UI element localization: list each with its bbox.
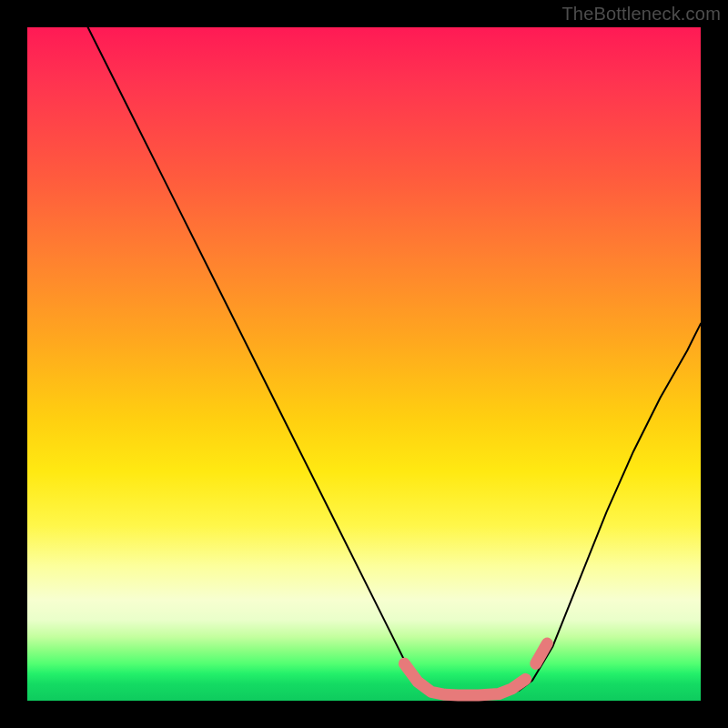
plot-area: [27, 27, 701, 701]
pink-highlight-path: [404, 663, 525, 695]
watermark-text: TheBottleneck.com: [561, 4, 721, 25]
curve-layer: [27, 27, 701, 701]
black-curve-path: [88, 27, 701, 696]
chart-frame: TheBottleneck.com: [0, 0, 728, 728]
pink-highlight-right-path: [536, 643, 548, 663]
